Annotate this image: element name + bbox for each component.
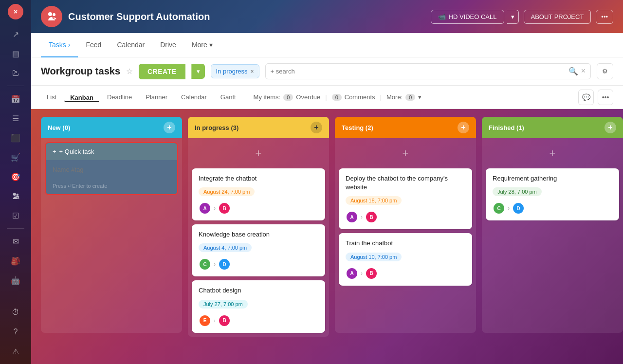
about-project-button[interactable]: ABOUT PROJECT: [524, 10, 591, 24]
more-view-button[interactable]: •••: [598, 90, 613, 105]
tab-more[interactable]: More ▾: [184, 33, 220, 57]
testing-add-card-button[interactable]: +: [339, 142, 472, 164]
video-call-button[interactable]: 📹 HD VIDEO CALL: [431, 10, 504, 24]
col-header-inprogress: In progress (3) +: [188, 117, 329, 138]
project-title: Customer Support Automation: [68, 11, 210, 22]
view-tab-list[interactable]: List: [41, 91, 62, 103]
task-date: August 24, 7:00 pm: [199, 187, 255, 196]
bag-sidebar-icon[interactable]: 🎒: [7, 252, 24, 270]
search-icons: 🔍 ×: [568, 67, 586, 76]
avatar: B: [365, 267, 378, 280]
close-button[interactable]: ×: [8, 4, 23, 19]
search-input[interactable]: [271, 68, 566, 75]
view-tab-gantt[interactable]: Gantt: [215, 91, 242, 103]
task-avatars: A › B: [199, 202, 318, 215]
task-card-chatbot-design[interactable]: Chatbot design July 27, 7:00 pm E › B: [192, 280, 325, 332]
clock-sidebar-icon[interactable]: ⏱: [7, 304, 24, 321]
create-dropdown-button[interactable]: ▾: [191, 64, 205, 79]
toolbar: Workgroup tasks ☆ CREATE ▾ In progress ×…: [31, 57, 623, 86]
document-icon[interactable]: ▤: [7, 45, 24, 62]
filter-close-icon[interactable]: ×: [251, 68, 254, 75]
col-body-finished: + Requirement gathering July 28, 7:00 pm…: [482, 138, 623, 333]
avatar: A: [346, 267, 358, 280]
building-sidebar-icon[interactable]: ⬛: [7, 129, 24, 146]
page-title: Workgroup tasks: [41, 66, 120, 77]
project-icon: [41, 6, 62, 27]
col-header-finished: Finished (1) +: [482, 117, 623, 138]
task-card-integrate-chatbot[interactable]: Integrate the chatbot August 24, 7:00 pm…: [192, 168, 325, 220]
col-add-new-button[interactable]: +: [164, 122, 175, 133]
my-items: My items: 0 Overdue | 0 Comments | More:…: [254, 93, 422, 101]
avatar: B: [365, 211, 378, 223]
chat-icon-button[interactable]: 💬: [578, 90, 594, 105]
nav-tabs: Tasks › Feed Calendar Drive More ▾: [31, 33, 623, 57]
task-avatars: A › B: [346, 267, 465, 280]
task-date: July 28, 7:00 pm: [493, 187, 542, 196]
view-tab-deadline[interactable]: Deadline: [101, 91, 138, 103]
col-add-testing-button[interactable]: +: [458, 122, 469, 133]
svg-point-0: [13, 193, 16, 196]
kanban-col-inprogress: In progress (3) + + Integrate the chatbo…: [188, 117, 329, 337]
header-right: 📹 HD VIDEO CALL ▾ ABOUT PROJECT •••: [431, 10, 613, 24]
avatar: D: [512, 202, 525, 215]
search-icon[interactable]: 🔍: [568, 67, 578, 76]
main-content: Customer Support Automation 📹 HD VIDEO C…: [31, 0, 623, 364]
task-card-train-chatbot[interactable]: Train the chatbot August 10, 7:00 pm A ›…: [339, 233, 472, 285]
task-card-knowledge-base[interactable]: Knowledge base creation August 4, 7:00 p…: [192, 224, 325, 276]
view-tab-kanban[interactable]: Kanban: [64, 92, 99, 102]
task-card-deploy-chatbot[interactable]: Deploy the chatbot to the company's webs…: [339, 168, 472, 229]
task-date: August 10, 7:00 pm: [346, 253, 402, 261]
quick-task-input-area: Press ↵Enter to create: [46, 160, 177, 194]
task-card-requirement-gathering[interactable]: Requirement gathering July 28, 7:00 pm C…: [486, 168, 619, 220]
svg-point-1: [48, 12, 52, 16]
list-sidebar-icon[interactable]: ☰: [7, 109, 24, 127]
tab-feed[interactable]: Feed: [78, 33, 109, 57]
star-icon[interactable]: ☆: [126, 67, 133, 76]
header-more-button[interactable]: •••: [596, 10, 613, 24]
view-tab-planner[interactable]: Planner: [140, 91, 173, 103]
target-sidebar-icon[interactable]: 🎯: [7, 168, 24, 185]
cart-sidebar-icon[interactable]: 🛒: [7, 148, 24, 166]
col-add-inprogress-button[interactable]: +: [311, 122, 322, 133]
video-call-dropdown-button[interactable]: ▾: [507, 10, 519, 24]
quick-task-card: + + Quick task Press ↵Enter to create: [45, 142, 178, 195]
filter-tag: In progress ×: [211, 64, 259, 78]
more-badge: 0: [405, 94, 415, 101]
sidebar-divider-2: [7, 228, 24, 229]
inprogress-add-card-button[interactable]: +: [192, 142, 325, 164]
sidebar: × ↗ ▤ 📅 ☰ ⬛ 🛒 🎯 ☑ ✉ 🎒 🤖 ⏱ ? ⚠: [0, 0, 31, 364]
avatar: B: [218, 314, 231, 327]
checkbox-sidebar-icon[interactable]: ☑: [7, 207, 24, 224]
search-clear-icon[interactable]: ×: [581, 67, 586, 76]
task-date: August 18, 7:00 pm: [346, 196, 402, 205]
external-link-icon[interactable]: ↗: [7, 25, 24, 43]
avatar: A: [199, 202, 211, 215]
question-sidebar-icon[interactable]: ?: [7, 323, 24, 341]
users-sidebar-icon[interactable]: [7, 187, 24, 205]
link-icon[interactable]: [7, 64, 24, 82]
col-add-finished-button[interactable]: +: [605, 122, 616, 133]
project-header: Customer Support Automation 📹 HD VIDEO C…: [31, 0, 623, 33]
tab-calendar[interactable]: Calendar: [109, 33, 152, 57]
quick-task-button[interactable]: + + Quick task: [46, 143, 177, 160]
view-tab-calendar[interactable]: Calendar: [175, 91, 213, 103]
calendar-sidebar-icon[interactable]: 📅: [7, 90, 24, 108]
col-body-inprogress: + Integrate the chatbot August 24, 7:00 …: [188, 138, 329, 337]
sidebar-divider: [7, 86, 24, 86]
overdue-badge: 0: [283, 94, 293, 101]
mail-sidebar-icon[interactable]: ✉: [7, 233, 24, 250]
tab-tasks[interactable]: Tasks ›: [41, 33, 78, 57]
warning-sidebar-icon[interactable]: ⚠: [7, 343, 24, 360]
robot-sidebar-icon[interactable]: 🤖: [7, 272, 24, 289]
col-body-testing: + Deploy the chatbot to the company's we…: [335, 138, 476, 333]
task-date: August 4, 7:00 pm: [199, 243, 252, 252]
tab-drive[interactable]: Drive: [152, 33, 184, 57]
avatar: E: [199, 314, 211, 327]
task-avatars: A › B: [346, 211, 465, 223]
task-name-input[interactable]: [53, 166, 170, 173]
settings-button[interactable]: ⚙: [597, 63, 613, 79]
finished-add-card-button[interactable]: +: [486, 142, 619, 164]
create-button[interactable]: CREATE: [139, 64, 185, 79]
col-header-new: New (0) +: [41, 117, 182, 138]
task-avatars: C › D: [493, 202, 612, 215]
